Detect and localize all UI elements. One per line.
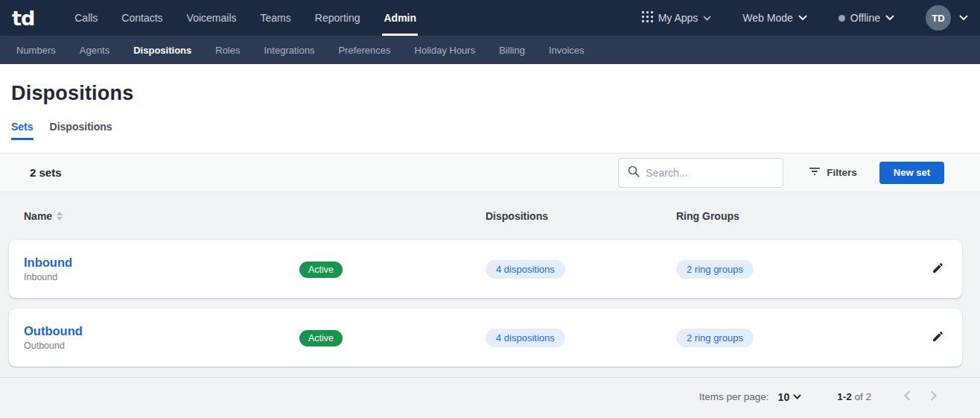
apps-grid-icon bbox=[642, 11, 653, 25]
subnav-item-preferences[interactable]: Preferences bbox=[338, 45, 390, 56]
presence-selector[interactable]: Offline bbox=[839, 12, 894, 24]
items-per-page-select[interactable]: 10 bbox=[778, 391, 802, 403]
column-header-dispositions: Dispositions bbox=[486, 210, 676, 222]
page-range-label: 1-2 of 2 bbox=[837, 391, 871, 402]
sort-icon bbox=[57, 212, 63, 221]
dispositions-count-chip: 4 dispositions bbox=[486, 260, 565, 279]
presence-label: Offline bbox=[850, 12, 880, 24]
list-toolbar: 2 sets Filters New set bbox=[0, 153, 980, 192]
set-name-link[interactable]: Inbound bbox=[24, 256, 72, 270]
dispositions-count-chip: 4 dispositions bbox=[486, 329, 565, 347]
tab-dispositions[interactable]: Dispositions bbox=[50, 121, 112, 140]
name-header-label: Name bbox=[24, 210, 52, 222]
status-badge: Active bbox=[299, 262, 343, 278]
status-badge: Active bbox=[299, 330, 343, 346]
nav-item-calls[interactable]: Calls bbox=[63, 0, 109, 36]
ring-groups-count-chip: 2 ring groups bbox=[676, 329, 754, 347]
next-page-button[interactable] bbox=[929, 389, 938, 405]
talkdesk-logo[interactable]: td bbox=[12, 0, 34, 36]
chevron-down-icon bbox=[798, 15, 807, 21]
edit-button[interactable] bbox=[929, 259, 947, 279]
search-input[interactable] bbox=[646, 167, 775, 179]
subnav-item-integrations[interactable]: Integrations bbox=[264, 45, 315, 56]
set-description: Outbound bbox=[24, 341, 299, 351]
toolbar-actions: Filters New set bbox=[618, 158, 944, 188]
admin-sub-nav: Numbers Agents Dispositions Roles Integr… bbox=[0, 36, 980, 64]
items-per-page-label: Items per page: bbox=[699, 391, 769, 402]
search-icon bbox=[628, 165, 640, 180]
table-row: Outbound Outbound Active 4 dispositions … bbox=[9, 308, 962, 367]
set-name-cell: Inbound Inbound bbox=[24, 256, 299, 282]
subnav-item-billing[interactable]: Billing bbox=[499, 45, 525, 56]
table-header-row: Name Dispositions Ring Groups bbox=[9, 192, 962, 240]
tab-sets[interactable]: Sets bbox=[11, 121, 34, 140]
chevron-right-icon bbox=[930, 390, 937, 403]
chevron-down-icon bbox=[793, 394, 801, 399]
page-range-value: 1-2 bbox=[837, 391, 852, 402]
new-set-button[interactable]: New set bbox=[879, 162, 944, 184]
filters-button[interactable]: Filters bbox=[809, 166, 857, 179]
chevron-left-icon bbox=[904, 390, 911, 403]
filter-list-icon bbox=[809, 166, 821, 179]
my-apps-label: My Apps bbox=[658, 12, 699, 24]
top-app-bar: td Calls Contacts Voicemails Teams Repor… bbox=[0, 0, 980, 36]
main-content: 2 sets Filters New set Name Disposition bbox=[0, 153, 980, 418]
chevron-down-icon bbox=[885, 15, 894, 21]
user-account-menu[interactable]: TD bbox=[926, 5, 968, 31]
nav-item-reporting[interactable]: Reporting bbox=[303, 0, 372, 36]
search-box bbox=[618, 158, 783, 188]
topbar-right-controls: My Apps Web Mode Offline TD bbox=[642, 0, 968, 36]
nav-item-admin[interactable]: Admin bbox=[372, 0, 428, 36]
set-name-link[interactable]: Outbound bbox=[24, 324, 83, 338]
sets-count-label: 2 sets bbox=[30, 166, 62, 179]
primary-nav: Calls Contacts Voicemails Teams Reportin… bbox=[63, 0, 428, 36]
items-per-page-value: 10 bbox=[778, 391, 790, 403]
pagination-bar: Items per page: 10 1-2 of 2 bbox=[0, 377, 980, 416]
user-avatar: TD bbox=[926, 5, 951, 31]
page-total-label: of 2 bbox=[854, 391, 871, 402]
nav-item-voicemails[interactable]: Voicemails bbox=[175, 0, 249, 36]
web-mode-selector[interactable]: Web Mode bbox=[742, 12, 806, 24]
filters-label: Filters bbox=[827, 167, 857, 178]
column-header-name[interactable]: Name bbox=[24, 210, 299, 222]
subnav-item-invoices[interactable]: Invoices bbox=[549, 45, 585, 56]
subnav-item-roles[interactable]: Roles bbox=[215, 45, 240, 56]
set-name-cell: Outbound Outbound bbox=[24, 324, 299, 351]
web-mode-label: Web Mode bbox=[742, 12, 792, 24]
nav-item-teams[interactable]: Teams bbox=[249, 0, 303, 36]
page-tabs: Sets Dispositions bbox=[11, 121, 968, 140]
column-header-ring-groups: Ring Groups bbox=[676, 210, 900, 222]
subnav-item-dispositions[interactable]: Dispositions bbox=[133, 45, 191, 56]
pencil-icon bbox=[932, 330, 944, 345]
ring-groups-count-chip: 2 ring groups bbox=[676, 260, 754, 279]
table-row: Inbound Inbound Active 4 dispositions 2 … bbox=[9, 240, 962, 298]
previous-page-button[interactable] bbox=[903, 389, 912, 405]
subnav-item-numbers[interactable]: Numbers bbox=[16, 45, 56, 56]
pencil-icon bbox=[932, 262, 944, 276]
offline-status-dot-icon bbox=[839, 15, 845, 22]
set-description: Inbound bbox=[24, 272, 299, 282]
nav-item-contacts[interactable]: Contacts bbox=[109, 0, 174, 36]
page-title: Dispositions bbox=[11, 82, 968, 105]
my-apps-menu[interactable]: My Apps bbox=[642, 11, 712, 25]
chevron-down-icon bbox=[703, 16, 711, 21]
edit-button[interactable] bbox=[929, 327, 947, 348]
page-header: Dispositions Sets Dispositions bbox=[0, 64, 980, 153]
subnav-item-agents[interactable]: Agents bbox=[80, 45, 109, 56]
chevron-down-icon bbox=[959, 15, 968, 21]
subnav-item-holiday-hours[interactable]: Holiday Hours bbox=[415, 45, 476, 56]
